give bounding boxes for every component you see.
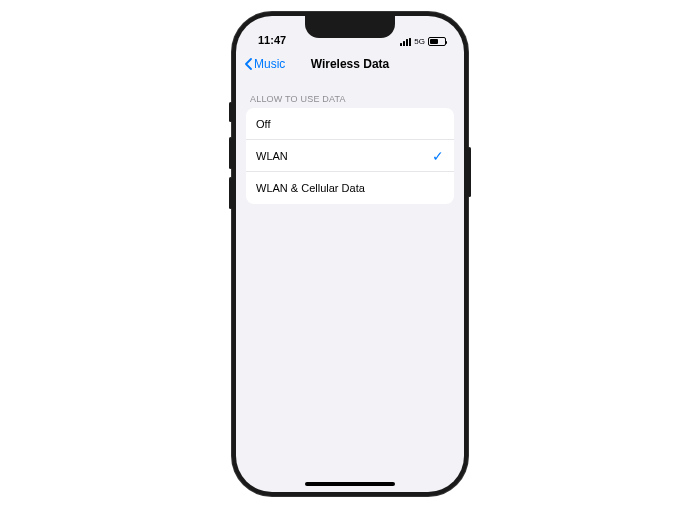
- power-button: [468, 147, 471, 197]
- option-label: Off: [256, 118, 270, 130]
- navigation-bar: Music Wireless Data: [236, 48, 464, 80]
- volume-down-button: [229, 177, 232, 209]
- chevron-left-icon: [242, 58, 254, 70]
- volume-up-button: [229, 137, 232, 169]
- mute-switch: [229, 102, 232, 122]
- options-list: Off WLAN ✓ WLAN & Cellular Data: [246, 108, 454, 204]
- back-button[interactable]: Music: [242, 57, 285, 71]
- page-title: Wireless Data: [311, 57, 390, 71]
- battery-icon: [428, 37, 446, 46]
- option-wlan[interactable]: WLAN ✓: [246, 140, 454, 172]
- option-off[interactable]: Off: [246, 108, 454, 140]
- notch: [305, 16, 395, 38]
- network-label: 5G: [414, 37, 425, 46]
- section-header: ALLOW TO USE DATA: [236, 80, 464, 108]
- back-label: Music: [254, 57, 285, 71]
- checkmark-icon: ✓: [432, 148, 444, 164]
- status-indicators: 5G: [400, 37, 446, 46]
- phone-frame: 11:47 5G Music Wireless Data: [232, 12, 468, 496]
- home-indicator[interactable]: [305, 482, 395, 486]
- screen: 11:47 5G Music Wireless Data: [236, 16, 464, 492]
- signal-icon: [400, 38, 411, 46]
- option-label: WLAN & Cellular Data: [256, 182, 365, 194]
- status-time: 11:47: [258, 34, 286, 46]
- option-label: WLAN: [256, 150, 288, 162]
- option-wlan-cellular[interactable]: WLAN & Cellular Data: [246, 172, 454, 204]
